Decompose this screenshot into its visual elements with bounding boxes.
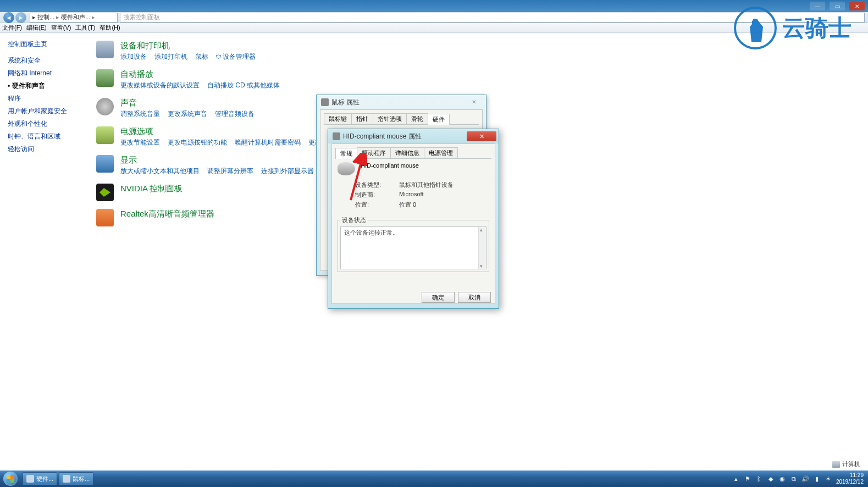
prop-location-value: 位置 0 [399, 201, 416, 209]
category-link[interactable]: 更改媒体或设备的默认设置 [120, 81, 200, 90]
category-link[interactable]: 更改系统声音 [168, 109, 207, 119]
status-legend: 设备状态 [340, 216, 368, 224]
taskbar-item-mouse[interactable]: 鼠标... [59, 472, 93, 485]
tray-action-center-icon[interactable]: ⚑ [744, 475, 751, 483]
sound-icon [96, 98, 114, 115]
taskbar: 硬件... 鼠标... ▴ ⚑ ᛒ ◆ ◉ ⧉ 🔊 ▮ ✶ 11:29 2019… [0, 471, 868, 487]
forward-button[interactable]: ► [15, 12, 26, 23]
sidebar-item[interactable]: 用户帐户和家庭安全 [8, 105, 78, 118]
breadcrumb-root-icon: ▸ [32, 14, 36, 21]
search-input[interactable]: 搜索控制面板 [120, 13, 865, 23]
category-row: 设备和打印机添加设备添加打印机鼠标设备管理器 [96, 41, 857, 62]
close-button[interactable]: ✕ [467, 131, 496, 141]
category-link[interactable]: 更改电源按钮的功能 [168, 138, 227, 147]
dialog-title: 鼠标 属性 ⨉ [317, 95, 486, 109]
tab-hardware[interactable]: 硬件 [428, 114, 450, 125]
menu-tools[interactable]: 工具(T) [75, 24, 95, 32]
sidebar: 控制面板主页 系统和安全网络和 Internet硬件和声音程序用户帐户和家庭安全… [0, 33, 85, 471]
category-link[interactable]: 放大或缩小文本和其他项目 [120, 167, 200, 176]
maximize-button[interactable]: ▭ [830, 2, 845, 10]
menu-help[interactable]: 帮助(H) [99, 24, 120, 32]
category-title[interactable]: 声音 [120, 98, 255, 108]
prop-location-label: 位置: [355, 201, 388, 209]
nvidia-icon [96, 184, 114, 201]
breadcrumb-item[interactable]: 硬件和声... [61, 13, 90, 21]
tray-arrow-icon[interactable]: ▴ [732, 475, 740, 483]
sidebar-item[interactable]: 程序 [8, 92, 78, 105]
menu-edit[interactable]: 编辑(E) [26, 24, 47, 32]
close-icon[interactable]: ⨉ [472, 97, 476, 105]
category-link-shield[interactable]: 设备管理器 [216, 52, 256, 62]
app-icon [63, 475, 70, 483]
sidebar-item[interactable]: 硬件和声音 [8, 80, 78, 92]
prop-manufacturer-value: Microsoft [399, 191, 424, 199]
tray-ime-icon[interactable]: ▮ [813, 475, 821, 483]
category-link[interactable]: 连接到外部显示器 [261, 167, 314, 176]
cancel-button[interactable]: 取消 [458, 292, 491, 303]
address-bar: ◄ ► ▸ 控制... ▸ 硬件和声... ▸ 搜索控制面板 [0, 12, 868, 23]
sidebar-item[interactable]: 轻松访问 [8, 143, 78, 156]
category-link[interactable]: 调整系统音量 [120, 109, 160, 119]
category-title[interactable]: Realtek高清晰音频管理器 [120, 209, 214, 219]
menu-bar: 文件(F) 编辑(E) 查看(V) 工具(T) 帮助(H) [0, 23, 868, 33]
category-link[interactable]: 鼠标 [195, 52, 208, 62]
category-title[interactable]: 自动播放 [120, 69, 280, 80]
category-link[interactable]: 添加设备 [120, 52, 147, 62]
category-title[interactable]: NVIDIA 控制面板 [120, 184, 183, 194]
taskbar-item-controlpanel[interactable]: 硬件... [23, 472, 57, 485]
menu-file[interactable]: 文件(F) [2, 24, 22, 32]
prop-type-value: 鼠标和其他指针设备 [399, 181, 454, 189]
mouse-icon [321, 98, 329, 106]
tab-driver[interactable]: 驱动程序 [357, 147, 391, 158]
tab-general[interactable]: 常规 [335, 148, 357, 159]
tray-app-icon[interactable]: ◆ [767, 475, 775, 483]
category-link[interactable]: 更改节能设置 [120, 138, 160, 147]
sidebar-item[interactable]: 外观和个性化 [8, 118, 78, 130]
taskbar-clock[interactable]: 11:29 2019/12/12 [836, 472, 864, 485]
tab-buttons[interactable]: 鼠标键 [324, 113, 352, 124]
category-link[interactable]: 自动播放 CD 或其他媒体 [207, 81, 280, 90]
category-link[interactable]: 管理音频设备 [215, 109, 255, 119]
tab-wheel[interactable]: 滑轮 [406, 113, 428, 124]
tab-strip: 常规 驱动程序 详细信息 电源管理 [335, 147, 491, 159]
category-title[interactable]: 设备和打印机 [120, 41, 256, 51]
sidebar-item[interactable]: 网络和 Internet [8, 67, 78, 80]
status-text-box[interactable]: 这个设备运转正常。 [340, 226, 486, 269]
back-button[interactable]: ◄ [3, 12, 14, 23]
sidebar-item[interactable]: 系统和安全 [8, 54, 78, 67]
tab-details[interactable]: 详细信息 [390, 147, 424, 158]
prop-manufacturer-label: 制造商: [355, 191, 388, 199]
menu-view[interactable]: 查看(V) [51, 24, 71, 32]
property-grid: 设备类型:鼠标和其他指针设备 制造商:Microsoft 位置:位置 0 [335, 179, 491, 213]
tray-bluetooth-icon[interactable]: ᛒ [755, 475, 763, 483]
tab-pointer[interactable]: 指针 [351, 113, 373, 124]
minimize-button[interactable]: — [810, 2, 825, 10]
app-icon [26, 475, 34, 483]
tab-pointer-options[interactable]: 指针选项 [373, 113, 407, 124]
breadcrumb-item[interactable]: 控制... [37, 13, 54, 21]
tab-power[interactable]: 电源管理 [424, 147, 458, 158]
device-status-group: 设备状态 这个设备运转正常。 [338, 216, 489, 272]
window-titlebar: — ▭ ✕ [0, 0, 868, 12]
close-button[interactable]: ✕ [849, 2, 865, 10]
breadcrumb[interactable]: ▸ 控制... ▸ 硬件和声... ▸ [30, 13, 118, 23]
tray-app-icon[interactable]: ✶ [825, 475, 832, 483]
tab-strip: 鼠标键 指针 指针选项 滑轮 硬件 [324, 113, 479, 125]
tray-network-icon[interactable]: ⧉ [790, 475, 798, 483]
dialog-hid-properties[interactable]: HID-compliant mouse 属性 ✕ 常规 驱动程序 详细信息 电源… [328, 129, 499, 309]
power-icon [96, 126, 114, 144]
category-link[interactable]: 调整屏幕分辨率 [207, 167, 253, 176]
tray-app-icon[interactable]: ◉ [778, 475, 786, 483]
tray-volume-icon[interactable]: 🔊 [801, 475, 809, 483]
system-tray: ▴ ⚑ ᛒ ◆ ◉ ⧉ 🔊 ▮ ✶ 11:29 2019/12/12 [732, 472, 868, 485]
display-icon [96, 155, 114, 173]
sidebar-item[interactable]: 时钟、语言和区域 [8, 130, 78, 143]
sidebar-title[interactable]: 控制面板主页 [8, 40, 78, 49]
scrollbar[interactable] [478, 227, 486, 269]
computer-icon [832, 461, 840, 468]
category-link[interactable]: 唤醒计算机时需要密码 [235, 138, 301, 147]
desktop-icon-computer[interactable]: 计算机 [832, 460, 860, 468]
start-button[interactable] [0, 471, 21, 487]
category-link[interactable]: 添加打印机 [154, 52, 187, 62]
ok-button[interactable]: 确定 [422, 292, 455, 303]
